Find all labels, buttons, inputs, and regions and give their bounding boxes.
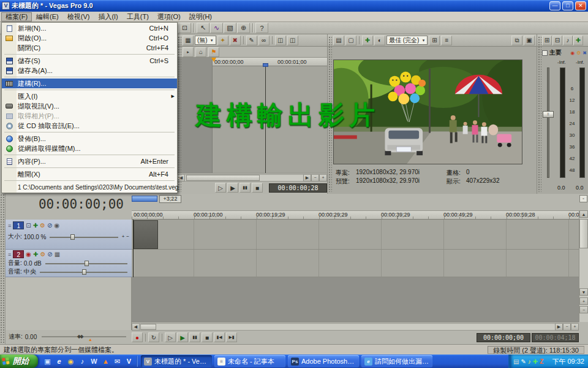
stop-button[interactable]: ■ bbox=[202, 332, 213, 342]
loop-playback-button[interactable]: ↻ bbox=[148, 332, 159, 342]
go-to-start-button[interactable]: ▮◀ bbox=[214, 332, 225, 342]
add-bus-icon[interactable]: ✚ bbox=[573, 36, 583, 45]
taskbar-window-photoshop[interactable]: Ps Adobe Photoshop - [... bbox=[288, 355, 359, 367]
envelope-edit-tool-button[interactable]: ∿ bbox=[210, 23, 223, 33]
maximize-button[interactable]: □ bbox=[562, 1, 573, 10]
solo-button[interactable]: ◉ bbox=[54, 222, 59, 229]
scroll-left-icon[interactable]: ◀ bbox=[132, 323, 140, 331]
show-desktop-icon[interactable]: ▣ bbox=[42, 356, 53, 367]
play-from-start-button[interactable]: ▷ bbox=[215, 183, 226, 193]
menu-item-exit[interactable]: 離開(X) Alt+F4 bbox=[2, 169, 177, 179]
zoom-out-icon[interactable]: − bbox=[563, 323, 571, 331]
pause-button[interactable]: ▮▮ bbox=[189, 332, 200, 342]
taskbar-window-vegas[interactable]: V 未標題的 * - Vegas P... bbox=[141, 355, 212, 367]
mute-button[interactable]: ⊘ bbox=[47, 222, 52, 229]
zoom-edit-tool-button[interactable]: ⊕ bbox=[237, 23, 250, 33]
play-from-start-button[interactable]: ▷ bbox=[165, 332, 176, 342]
scroll-up-icon[interactable]: ▲ bbox=[579, 210, 588, 218]
grid-overlay-icon[interactable]: ⊞ bbox=[429, 36, 440, 45]
ignore-grouping-button[interactable]: ⊡ bbox=[178, 23, 191, 33]
track-2-number[interactable]: 2 bbox=[13, 250, 24, 258]
pan-slider[interactable] bbox=[40, 269, 127, 275]
scrollbar-track[interactable] bbox=[140, 323, 555, 331]
menu-item-close[interactable]: 關閉(C) Ctrl+F4 bbox=[2, 43, 177, 53]
track-size-slider[interactable] bbox=[50, 234, 118, 240]
save-frame-icon[interactable]: ▣ bbox=[524, 36, 535, 45]
expand-icon[interactable]: ▸ bbox=[183, 47, 194, 57]
media-player-icon[interactable]: ◉ bbox=[66, 356, 76, 367]
media-view-icon[interactable]: ▦ bbox=[183, 36, 194, 45]
selection-edit-tool-button[interactable]: ▧ bbox=[224, 23, 236, 33]
zoom-in-vertical-icon[interactable]: + bbox=[579, 297, 588, 305]
menu-item-save-as[interactable]: 儲存為(A)... bbox=[2, 66, 177, 75]
video-track-row[interactable] bbox=[132, 220, 579, 250]
arm-record-button[interactable]: ◉ bbox=[26, 251, 31, 258]
vegas-shortcut-icon[interactable]: V bbox=[124, 356, 134, 367]
go-to-end-button[interactable]: ▶▮ bbox=[226, 332, 237, 342]
tray-volume-icon[interactable]: ♪ bbox=[528, 358, 531, 365]
trimmer-ruler[interactable]: 00:00:00;00 00:00:01;00 bbox=[213, 58, 327, 66]
mark-in-icon[interactable]: ◫ bbox=[275, 36, 286, 45]
menu-insert[interactable]: 插入(I) bbox=[94, 12, 122, 21]
menu-edit[interactable]: 編輯(E) bbox=[32, 12, 63, 21]
mark-out-icon[interactable]: ◫ bbox=[287, 36, 298, 45]
menu-help[interactable]: 說明(H) bbox=[185, 12, 216, 21]
trimmer-history-dropdown[interactable]: (無) ▼ bbox=[195, 36, 216, 45]
track-1-header[interactable]: ≡ 1 ⊡ ✚ ⚙ ⊘ ◉ 大小: 100.0 % + − bbox=[6, 220, 132, 250]
zoom-in-icon[interactable]: + bbox=[319, 174, 327, 182]
scrollbar-track[interactable] bbox=[185, 174, 303, 182]
vlc-icon[interactable]: ▲ bbox=[100, 356, 111, 367]
record-button[interactable]: ● bbox=[132, 332, 143, 342]
timeline-zoom-strip[interactable] bbox=[132, 196, 157, 202]
track-1-number[interactable]: 1 bbox=[13, 221, 24, 229]
track-drag-handle[interactable]: ≡ bbox=[8, 251, 11, 258]
menu-options[interactable]: 選項(O) bbox=[153, 12, 185, 21]
scrollbar-thumb[interactable] bbox=[579, 219, 588, 248]
stop-button[interactable]: ■ bbox=[252, 183, 263, 193]
menu-item-get-photo[interactable]: 取得相片(P)... bbox=[2, 111, 177, 121]
project-properties-icon[interactable]: ▤ bbox=[333, 36, 344, 45]
pause-button[interactable]: ▮▮ bbox=[239, 183, 251, 193]
menu-item-get-media-web[interactable]: 從網路取得媒體(M)... bbox=[2, 144, 177, 153]
copy-frame-icon[interactable]: ⧉ bbox=[511, 36, 522, 45]
link-icon[interactable]: ∞ bbox=[258, 36, 270, 45]
zoom-in-icon[interactable]: + bbox=[122, 233, 125, 240]
rate-slider[interactable]: ◆◆ ▲ bbox=[42, 333, 126, 340]
zoom-out-icon[interactable]: − bbox=[126, 233, 129, 240]
help-button[interactable]: ? bbox=[255, 23, 268, 33]
zoom-in-icon[interactable]: + bbox=[571, 323, 579, 331]
scroll-down-icon[interactable]: ▼ bbox=[579, 288, 588, 296]
mute-button[interactable]: ⊘ bbox=[47, 251, 52, 258]
music-app-icon[interactable]: ♪ bbox=[77, 356, 88, 367]
scrollbar-thumb[interactable] bbox=[140, 324, 156, 330]
menu-item-publish[interactable]: 發佈(B)... bbox=[2, 134, 177, 144]
tray-pen-icon[interactable]: ✎ bbox=[521, 358, 526, 365]
play-button[interactable]: ▶ bbox=[227, 183, 238, 193]
audio-track-row[interactable] bbox=[132, 250, 579, 277]
trimmer-playhead-handle[interactable] bbox=[263, 63, 268, 67]
record-bus-icon[interactable]: ◉ bbox=[570, 50, 575, 56]
tray-device-icon[interactable]: ▤ bbox=[513, 358, 519, 365]
insert-bus-icon[interactable]: ⊞ bbox=[542, 36, 552, 45]
speaker-icon[interactable]: ♪ bbox=[563, 36, 573, 45]
external-monitor-icon[interactable]: ▢ bbox=[345, 36, 356, 45]
panel-grip[interactable] bbox=[0, 194, 6, 344]
panel-grip[interactable] bbox=[538, 36, 541, 192]
automation-settings-button[interactable]: ⚙ bbox=[40, 251, 45, 258]
mail-icon[interactable]: ✉ bbox=[112, 356, 123, 367]
timeline-empty-area[interactable] bbox=[132, 277, 579, 322]
menu-item-new[interactable]: 新增(N)... Ctrl+N bbox=[2, 23, 177, 33]
menu-item-render-as[interactable]: 建構(R)... bbox=[2, 79, 177, 88]
tray-antivirus-icon[interactable]: ✚ bbox=[533, 358, 538, 365]
close-button[interactable]: ✕ bbox=[575, 1, 586, 10]
insert-fx-icon[interactable]: ⊟ bbox=[552, 36, 562, 45]
trimmer-marker-flag[interactable] bbox=[211, 58, 216, 62]
preview-quality-dropdown[interactable]: 最佳 (完全) ▼ bbox=[386, 36, 428, 45]
edit-cursor[interactable] bbox=[133, 220, 134, 277]
bus-mute-icon[interactable]: ✖ bbox=[582, 50, 587, 56]
pan-value[interactable]: 中央 bbox=[24, 267, 36, 276]
menu-item-import[interactable]: 匯入(I) ▶ bbox=[2, 91, 177, 101]
tray-zonealarm-icon[interactable]: Z bbox=[540, 358, 543, 365]
phase-button[interactable]: ▦ bbox=[55, 251, 60, 258]
automation-settings-button[interactable]: ⚙ bbox=[40, 222, 45, 229]
